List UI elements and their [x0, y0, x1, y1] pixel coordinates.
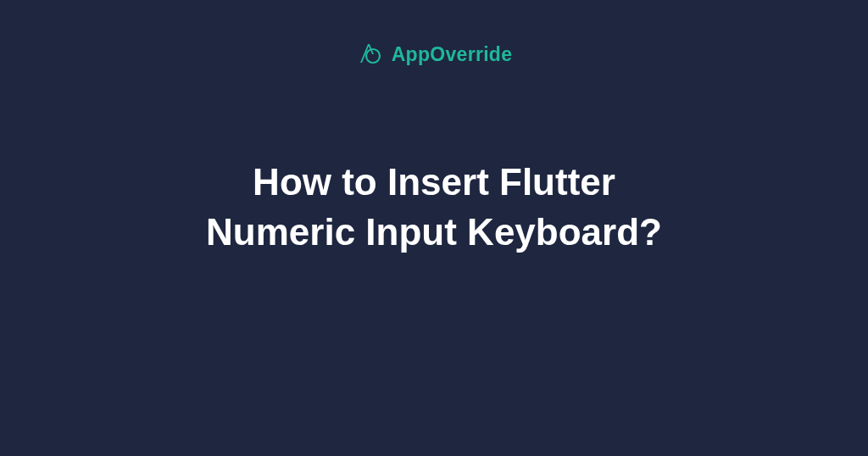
- headline-line-1: How to Insert Flutter: [253, 161, 615, 203]
- brand-name: AppOverride: [392, 43, 513, 66]
- svg-point-0: [366, 49, 380, 63]
- appoverride-logo-icon: [356, 41, 383, 68]
- page-title: How to Insert Flutter Numeric Input Keyb…: [206, 157, 662, 258]
- headline-line-2: Numeric Input Keyboard?: [206, 211, 662, 253]
- brand-logo: AppOverride: [356, 41, 513, 68]
